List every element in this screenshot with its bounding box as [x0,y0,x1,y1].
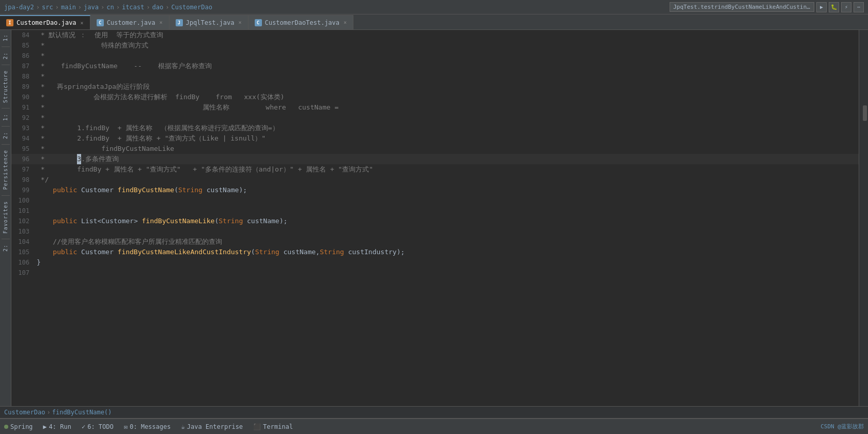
line-91: 91 * 属性名称 where custName = [11,102,859,113]
panel-label-structure[interactable]: Structure [3,68,8,105]
line-100: 100 [11,195,859,206]
editor-breadcrumb: CustomerDao › findByCustName() [0,406,868,419]
todo-label: 6: TODO [87,423,114,430]
tab-close-customerdao[interactable]: × [81,20,84,26]
run-controls: JpqTest.testrindByCustNameLikeAndCustin.… [670,2,864,12]
main-area: 1: 2: Structure 1: 2: Persistence Favori… [0,30,868,406]
panel-label-favorites[interactable]: Favorites [3,199,8,236]
java-label: Java Enterprise [187,423,243,430]
line-90: 90 * 会根据方法名称进行解析 findBy from xxx(实体类) [11,92,859,102]
line-number: 105 [11,247,35,257]
code-editor[interactable]: 84 * 默认情况 ： 使用 等于的方式查询85 * 特殊的查询方式86 *87… [11,30,859,406]
tab-customer[interactable]: C Customer.java × [90,15,169,29]
line-number: 98 [11,175,35,185]
panel-label-4[interactable]: 2: [3,130,8,141]
run-button[interactable]: ▶ [816,2,827,12]
line-number: 102 [11,216,35,226]
panel-label-3[interactable]: 1: [3,112,8,123]
messages-btn[interactable]: ✉ 0: Messages [124,423,171,430]
line-content: */ [35,175,859,185]
line-97: 97 * findBy + 属性名 + "查询方式" + "多条件的连接符（an… [11,164,859,175]
line-number: 91 [11,102,35,113]
line-content: * 特殊的查询方式 [35,40,859,51]
line-number: 107 [11,268,35,278]
panel-divider-7 [2,239,10,239]
breadcrumb: jpa-day2 › src › main › java › cn › itca… [4,4,212,11]
line-number: 96 [11,154,35,164]
line-84: 84 * 默认情况 ： 使用 等于的方式查询 [11,30,859,40]
tab-icon-customer: C [97,19,104,26]
panel-divider-3 [2,108,10,109]
bc-cn[interactable]: cn [106,4,114,11]
tab-customerdao[interactable]: I CustomerDao.java × [0,15,90,29]
spring-label: Spring [10,423,33,430]
run-icon-bottom: ▶ [43,423,47,430]
panel-divider-2 [2,65,10,65]
bottom-bar: Spring ▶ 4: Run ✓ 6: TODO ✉ 0: Messages … [0,419,868,434]
coverage-button[interactable]: ⚡ [841,2,851,12]
line-number: 93 [11,123,35,133]
messages-icon: ✉ [124,423,128,430]
line-number: 94 [11,133,35,144]
line-content: public Customer findByCustName(String cu… [35,185,859,195]
bc-project[interactable]: jpa-day2 [4,4,34,11]
tab-close-customer[interactable]: × [160,20,163,25]
spring-btn[interactable]: Spring [4,423,33,430]
line-88: 88 * [11,71,859,82]
bc-src[interactable]: src [42,4,53,11]
code-content: 84 * 默认情况 ： 使用 等于的方式查询85 * 特殊的查询方式86 *87… [11,30,859,278]
line-99: 99 public Customer findByCustName(String… [11,185,859,195]
right-sidebar [859,30,868,406]
scrollbar[interactable] [863,105,867,121]
panel-label-1[interactable]: 1: [3,32,8,43]
line-number: 99 [11,185,35,195]
bc-java[interactable]: java [84,4,99,11]
line-content: * 会根据方法名称进行解析 findBy from xxx(实体类) [35,92,859,102]
panel-label-2[interactable]: 2: [3,50,8,61]
bc-itcast[interactable]: itcast [122,4,144,11]
panel-label-5[interactable]: 2: [3,242,8,254]
tab-customerdaotest[interactable]: C CustomerDaoTest.java × [249,15,354,29]
line-107: 107 [11,268,859,278]
line-content: } [35,257,859,268]
line-number: 97 [11,164,35,175]
tab-icon-jpqltest: J [176,19,183,26]
panel-label-persistence[interactable]: Persistence [3,148,8,192]
line-content [35,206,859,216]
line-content: * 再springdataJpa的运行阶段 [35,82,859,92]
line-85: 85 * 特殊的查询方式 [11,40,859,51]
line-content: * 默认情况 ： 使用 等于的方式查询 [35,30,859,40]
breadcrumb-method: findByCustName() [52,409,112,416]
bc-dao[interactable]: dao [152,4,164,11]
line-94: 94 * 2.findBy + 属性名称 + "查询方式（Like | isnu… [11,133,859,144]
terminal-btn[interactable]: ⬛ Terminal [253,423,293,430]
csdn-label: CSDN @蓝影故郡 [820,423,864,430]
tab-close-customerdaotest[interactable]: × [344,20,347,25]
line-content: * findBy + 属性名 + "查询方式" + "多条件的连接符（and|o… [35,164,859,175]
java-enterprise-btn[interactable]: ☕ Java Enterprise [181,423,243,430]
breadcrumb-class: CustomerDao [4,409,45,416]
more-button[interactable]: ⋯ [854,2,864,12]
spring-icon [4,425,8,429]
tab-label-jpqltest: JpqlTest.java [186,19,235,26]
messages-label: 0: Messages [130,423,171,430]
panel-divider-1 [2,47,10,47]
line-93: 93 * 1.findBy + 属性名称 （根据属性名称进行完成匹配的查询=） [11,123,859,133]
run-config-dropdown[interactable]: JpqTest.testrindByCustNameLikeAndCustin.… [670,2,814,12]
tab-label-customer: Customer.java [107,19,156,26]
tab-close-jpqltest[interactable]: × [239,20,242,25]
line-92: 92 * [11,113,859,123]
line-number: 85 [11,40,35,51]
line-number: 100 [11,195,35,206]
run-label-bottom: 4: Run [49,423,71,430]
run-btn-bottom[interactable]: ▶ 4: Run [43,423,71,430]
tabs-bar: I CustomerDao.java × C Customer.java × J… [0,14,868,30]
debug-button[interactable]: 🐛 [829,2,839,12]
todo-btn[interactable]: ✓ 6: TODO [82,423,114,430]
bc-main[interactable]: main [61,4,76,11]
line-number: 104 [11,237,35,247]
line-number: 84 [11,30,35,40]
line-number: 101 [11,206,35,216]
bc-class[interactable]: CustomerDao [171,4,212,11]
tab-jpqltest[interactable]: J JpqlTest.java × [169,15,249,29]
